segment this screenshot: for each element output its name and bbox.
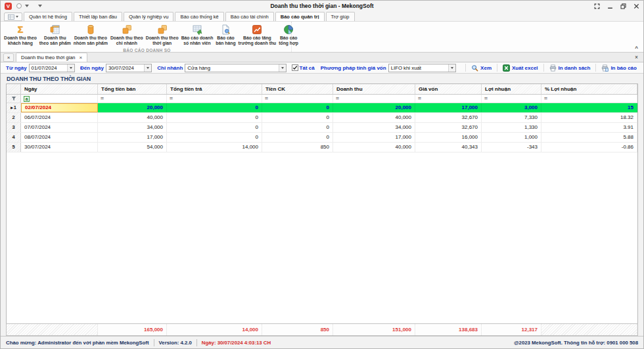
collapse-ribbon-icon[interactable]: ^ — [635, 46, 638, 51]
cell-tong-tien-ban[interactable]: 54,000 — [98, 143, 167, 152]
table-row[interactable]: 3 07/07/2024 34,000 0 0 34,000 32,670 1,… — [7, 123, 637, 133]
column-header-pct-loi-nhuan[interactable]: % Lợi nhuận — [541, 84, 637, 94]
column-header-ngay[interactable]: Ngày — [21, 84, 98, 94]
all-checkbox-label[interactable]: Tất cả — [300, 65, 315, 71]
cell-tong-tien-tra[interactable]: 14,000 — [167, 143, 262, 152]
column-header-tien-ck[interactable]: Tiền CK — [262, 84, 333, 94]
column-header-gia-von[interactable]: Giá vốn — [415, 84, 482, 94]
column-header-doanh-thu[interactable]: Doanh thu — [333, 84, 415, 94]
filter-cell[interactable]: = — [333, 95, 415, 103]
close-document-icon[interactable]: × — [635, 54, 641, 62]
cell-loi-nhuan[interactable]: 3,000 — [482, 103, 541, 112]
minimize-icon[interactable] — [607, 3, 613, 9]
table-row[interactable]: ▸1 02/07/2024 20,000 0 0 20,000 17,000 3… — [7, 103, 637, 113]
toolbar-options-caret-icon[interactable] — [38, 5, 42, 7]
cell-ngay[interactable]: 07/07/2024 — [21, 123, 98, 132]
cell-ngay[interactable]: 06/07/2024 — [21, 113, 98, 122]
branch-combo[interactable]: Cửa hàng — [185, 64, 286, 72]
column-header-tong-tien-tra[interactable]: Tổng tiền trả — [167, 84, 262, 94]
quick-access-icon[interactable] — [16, 3, 22, 9]
menu-tab-bao-cao-thong-ke[interactable]: Báo cáo thống kê — [175, 12, 223, 21]
chevron-down-icon[interactable] — [144, 64, 151, 72]
cell-gia-von[interactable]: 32,670 — [415, 113, 482, 122]
cell-doanh-thu[interactable]: 20,000 — [333, 103, 415, 112]
filter-cell[interactable]: = — [167, 95, 262, 103]
filter-cell[interactable]: = — [98, 95, 167, 103]
menu-tab-bao-cao-tai-chinh[interactable]: Báo cáo tài chính — [225, 12, 274, 21]
close-tab-icon[interactable]: × — [79, 55, 82, 61]
cell-pct-loi-nhuan[interactable]: 18.32 — [541, 113, 637, 122]
cell-pct-loi-nhuan[interactable]: 3.91 — [541, 123, 637, 132]
costing-method-combo[interactable]: LIFO khi xuất — [388, 64, 457, 72]
app-menu-button[interactable] — [4, 12, 22, 21]
cell-gia-von[interactable]: 17,000 — [415, 103, 482, 112]
cell-gia-von[interactable]: 40,343 — [415, 143, 482, 152]
filter-cell-ngay[interactable]: a — [21, 95, 98, 103]
cell-gia-von[interactable]: 32,670 — [415, 123, 482, 132]
menu-tab-quan-tri-he-thong[interactable]: Quản trị hệ thống — [24, 12, 72, 21]
chevron-down-icon[interactable] — [279, 64, 286, 72]
close-icon[interactable] — [633, 3, 639, 9]
cell-tong-tien-ban[interactable]: 20,000 — [98, 103, 167, 112]
filter-cell[interactable]: = — [262, 95, 333, 103]
ribbon-button-revenue-by-branch[interactable]: Doanh thu theochi nhánh — [109, 23, 145, 47]
ribbon-button-revenue-by-product[interactable]: Doanh thutheo sản phẩm — [38, 23, 72, 47]
cell-tien-ck[interactable]: 850 — [262, 143, 333, 152]
cell-ngay[interactable]: 08/07/2024 — [21, 133, 98, 142]
cell-tong-tien-tra[interactable]: 0 — [167, 103, 262, 112]
ribbon-button-sales-report[interactable]: Báo cáobán hàng — [214, 23, 237, 47]
restore-icon[interactable] — [620, 3, 626, 9]
table-row[interactable]: 4 08/07/2024 17,000 0 0 17,000 16,000 1,… — [7, 133, 637, 143]
menu-tab-thiet-lap-ban-dau[interactable]: Thiết lập ban đầu — [74, 12, 122, 21]
table-row[interactable]: 2 06/07/2024 40,000 0 0 40,000 32,670 7,… — [7, 113, 637, 123]
cell-tong-tien-tra[interactable]: 0 — [167, 133, 262, 142]
menu-tab-bao-cao-quan-tri[interactable]: Báo cáo quản trị — [275, 12, 325, 21]
ribbon-button-summary-report[interactable]: Báo cáotổng hợp — [277, 23, 300, 47]
cell-loi-nhuan[interactable]: 1,000 — [482, 133, 541, 142]
cell-doanh-thu[interactable]: 17,000 — [333, 133, 415, 142]
cell-tien-ck[interactable]: 0 — [262, 113, 333, 122]
menu-tab-quan-ly-nghiep-vu[interactable]: Quản lý nghiệp vụ — [124, 12, 173, 21]
quick-access-caret-icon[interactable] — [25, 5, 29, 7]
cell-tien-ck[interactable]: 0 — [262, 123, 333, 132]
cell-tien-ck[interactable]: 0 — [262, 103, 333, 112]
from-date-combo[interactable]: 01/07/2024 — [29, 64, 75, 72]
cell-tong-tien-ban[interactable]: 17,000 — [98, 133, 167, 142]
cell-pct-loi-nhuan[interactable]: 15 — [541, 103, 637, 112]
ribbon-button-revenue-by-product-group[interactable]: Doanh thu theonhóm sản phẩm — [72, 23, 109, 47]
cell-ngay[interactable]: 30/07/2024 — [21, 143, 98, 152]
cell-tong-tien-ban[interactable]: 34,000 — [98, 123, 167, 132]
cell-gia-von[interactable]: 16,000 — [415, 133, 482, 142]
chevron-down-icon[interactable] — [448, 64, 455, 72]
print-report-button[interactable]: In báo cáo — [600, 64, 638, 72]
cell-loi-nhuan[interactable]: -343 — [482, 143, 541, 152]
menu-tab-tro-giup[interactable]: Trợ giúp — [326, 12, 355, 21]
ribbon-button-employee-sales-report[interactable]: Báo cáo doanhsố nhân viên — [180, 23, 215, 47]
filter-cell[interactable]: = — [415, 95, 482, 103]
view-button[interactable]: Xem — [470, 64, 493, 72]
chevron-down-icon[interactable] — [67, 64, 74, 72]
cell-pct-loi-nhuan[interactable]: -0.86 — [541, 143, 637, 152]
filter-cell[interactable]: = — [482, 95, 541, 103]
cell-loi-nhuan[interactable]: 1,330 — [482, 123, 541, 132]
export-excel-button[interactable]: Xuất excel — [501, 64, 540, 72]
cell-loi-nhuan[interactable]: 7,330 — [482, 113, 541, 122]
cell-doanh-thu[interactable]: 34,000 — [333, 123, 415, 132]
to-date-combo[interactable]: 30/07/2024 — [106, 64, 152, 72]
cell-tong-tien-tra[interactable]: 0 — [167, 113, 262, 122]
ribbon-button-revenue-by-customer[interactable]: Σ Doanh thu theokhách hàng — [3, 23, 38, 47]
ribbon-button-revenue-growth-report[interactable]: Báo cáo tăngtrưởng doanh thu — [237, 23, 278, 47]
fullscreen-icon[interactable] — [594, 3, 600, 9]
all-checkbox[interactable] — [292, 64, 298, 71]
cell-ngay[interactable]: 02/07/2024 — [21, 103, 98, 112]
cell-doanh-thu[interactable]: 40,000 — [333, 113, 415, 122]
column-header-loi-nhuan[interactable]: Lợi nhuận — [482, 84, 541, 94]
tab-doanh-thu-theo-thoi-gian[interactable]: Doanh thu theo thời gian × — [16, 53, 87, 62]
print-list-button[interactable]: In danh sách — [548, 64, 592, 72]
cell-pct-loi-nhuan[interactable]: 5.88 — [541, 133, 637, 142]
cell-tien-ck[interactable]: 0 — [262, 133, 333, 142]
cell-tong-tien-tra[interactable]: 0 — [167, 123, 262, 132]
ribbon-button-revenue-by-time[interactable]: Doanh thu theothời gian — [145, 23, 180, 47]
cell-tong-tien-ban[interactable]: 40,000 — [98, 113, 167, 122]
column-header-tong-tien-ban[interactable]: Tổng tiền bán — [98, 84, 167, 94]
